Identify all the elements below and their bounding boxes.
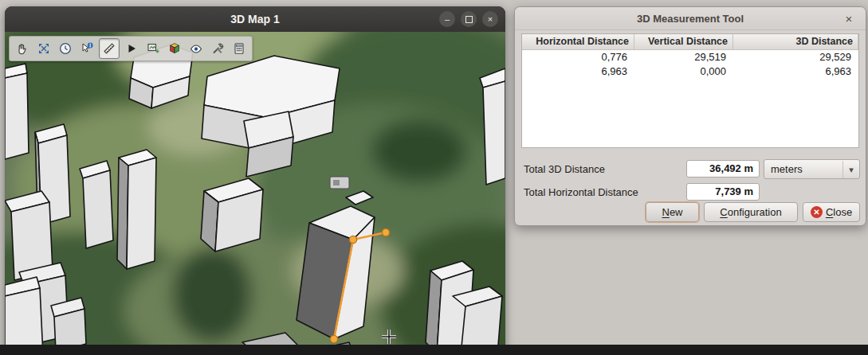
measurement-calculator-button[interactable]	[230, 39, 249, 58]
zoom-full-icon	[37, 41, 51, 56]
column-header-vertical-distance[interactable]: Vertical Distance	[634, 34, 733, 50]
cell-horizontal: 6,963	[522, 64, 634, 79]
map-billboard	[330, 177, 349, 189]
close-button[interactable]: ×	[482, 11, 498, 27]
configuration-button-label: onfiguration	[728, 206, 782, 218]
maximize-icon	[465, 16, 473, 23]
column-header-horizontal-distance[interactable]: Horizontal Distance	[522, 34, 634, 50]
table-header-row: Horizontal Distance Vertical Distance 3D…	[522, 34, 858, 50]
zoom-full-tool-button[interactable]	[34, 39, 53, 58]
cell-vertical: 0,000	[634, 64, 733, 79]
minimize-icon: –	[445, 15, 450, 24]
total-horizontal-distance-value: 7,739 m	[686, 183, 760, 201]
new-button-label: ew	[670, 206, 683, 218]
play-icon	[124, 41, 139, 56]
pan-icon	[15, 41, 29, 56]
maximize-button[interactable]	[461, 11, 477, 27]
camera-eye-icon	[189, 41, 203, 56]
dialog-titlebar[interactable]: 3D Measurement Tool ×	[515, 7, 866, 30]
measure-line-tool-button[interactable]	[99, 38, 120, 59]
cell-horizontal: 0,776	[522, 50, 634, 64]
chevron-down-icon: ▾	[842, 161, 859, 178]
axis-cube-icon	[167, 41, 182, 56]
play-animation-button[interactable]	[122, 39, 141, 58]
new-button-mnemonic: N	[662, 206, 669, 218]
taskbar	[0, 345, 868, 355]
export-scene-button[interactable]	[143, 39, 163, 58]
configuration-button-mnemonic: C	[720, 206, 727, 218]
table-row[interactable]: 6,963 0,000 6,963	[522, 64, 858, 79]
map-canvas[interactable]	[5, 32, 505, 355]
tools-icon	[210, 41, 225, 56]
close-badge-icon: ✕	[811, 206, 823, 218]
map-3d-scene	[5, 32, 505, 355]
cell-3d: 6,963	[733, 64, 858, 79]
close-button-label: lose	[833, 206, 852, 218]
export-scene-icon	[146, 41, 160, 56]
map-window-title: 3D Map 1	[230, 13, 279, 25]
animation-clock-icon	[58, 41, 73, 56]
cell-vertical: 29,519	[634, 50, 733, 64]
dialog-title: 3D Measurement Tool	[637, 13, 744, 25]
identify-icon	[80, 41, 94, 56]
measurement-table[interactable]: Horizontal Distance Vertical Distance 3D…	[521, 33, 859, 148]
pan-tool-button[interactable]	[13, 39, 32, 58]
cell-3d: 29,529	[733, 50, 858, 64]
close-button-mnemonic: C	[826, 206, 833, 218]
configuration-button[interactable]: Configuration	[704, 202, 798, 222]
dialog-close-icon[interactable]: ×	[841, 10, 857, 26]
map-window: 3D Map 1 – ×	[5, 6, 505, 355]
measure-line-icon	[102, 41, 116, 56]
close-icon: ×	[488, 15, 493, 24]
units-dropdown[interactable]: meters ▾	[764, 159, 860, 179]
map-window-titlebar[interactable]: 3D Map 1 – ×	[5, 6, 505, 33]
window-controls: – ×	[439, 11, 498, 27]
total-3d-distance-label: Total 3D Distance	[524, 163, 605, 175]
measurement-dialog: 3D Measurement Tool × Horizontal Distanc…	[514, 6, 866, 226]
column-header-3d-distance[interactable]: 3D Distance	[733, 34, 858, 50]
camera-view-button[interactable]	[187, 39, 206, 58]
total-horizontal-distance-label: Total Horizontal Distance	[524, 186, 638, 198]
close-dialog-button[interactable]: ✕Close	[803, 202, 860, 222]
axis-cube-button[interactable]	[165, 39, 184, 58]
calculator-icon	[232, 41, 246, 56]
tools-options-button[interactable]	[208, 39, 227, 58]
table-row[interactable]: 0,776 29,519 29,529	[522, 50, 858, 64]
minimize-button[interactable]: –	[439, 11, 455, 27]
animation-tool-button[interactable]	[56, 39, 75, 58]
new-button[interactable]: New	[646, 202, 699, 222]
identify-tool-button[interactable]	[77, 39, 96, 58]
map-toolbar	[9, 36, 253, 61]
units-selected-value: meters	[764, 163, 842, 175]
total-3d-distance-value: 36,492 m	[686, 160, 760, 178]
